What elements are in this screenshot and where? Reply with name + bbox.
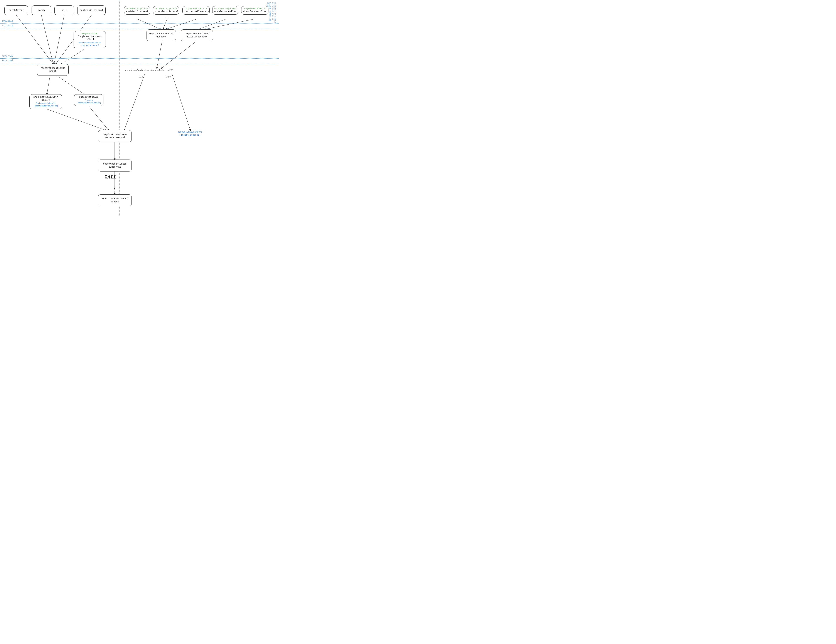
svg-line-15 <box>161 41 197 68</box>
false-label: false <box>137 76 144 78</box>
svg-line-14 <box>157 41 162 68</box>
node-checkAccountStatusInternal: checkAccountStatusInternal <box>98 160 132 171</box>
node-accountStatusChecksInsert: accountStatusChecks.insert(account) <box>172 130 208 137</box>
external-line <box>0 58 279 59</box>
implicit-line <box>0 23 279 24</box>
svg-line-1 <box>41 15 53 64</box>
explicit-label: explicit <box>2 24 13 27</box>
node-batch: batch <box>31 5 51 15</box>
node-call: call <box>54 5 74 15</box>
svg-line-16 <box>124 74 145 130</box>
node-IVaultCheckAccountStatus: IVault.checkAccountStatus <box>98 194 132 206</box>
svg-line-8 <box>89 107 109 130</box>
node-batchRevert: batchRevert <box>4 5 28 15</box>
svg-line-4 <box>61 46 90 64</box>
call-label: CALL <box>104 174 116 180</box>
executes-label: executes or removes deferred checks <box>272 2 276 31</box>
svg-line-6 <box>57 75 85 95</box>
svg-line-7 <box>46 109 107 130</box>
svg-line-17 <box>172 74 191 130</box>
node-requireAccountStatusCheckInternal: requireAccountStatusCheckInternal <box>98 130 132 142</box>
node-controlCollateral: controlCollateral <box>77 5 106 15</box>
node-forgiveAccountStatusCheck: onlyController forgiveAccountStatusCheck… <box>73 31 106 48</box>
decision-text: executionContext.areChecksDeferred()? <box>125 69 173 72</box>
node-reorderCollaterals: onlyOwnerOrOperator reorderCollaterals <box>183 6 210 15</box>
node-requireAccountAndVaultStatusCheck: requireAccountAndVaultStatusCheck <box>181 29 213 41</box>
node-restoreExecutionContext: restoreExecutionContext <box>37 64 69 76</box>
internal-label: internal <box>2 59 13 62</box>
external-label: external <box>2 55 13 57</box>
svg-line-2 <box>54 15 64 64</box>
node-enableController: onlyOwnerOrOperator enableController <box>212 6 238 15</box>
true-label: true <box>165 76 171 78</box>
node-enableCollateral: onlyOwnerOrOperator enableCollateral <box>124 6 150 15</box>
diagram-container: implicit explicit external internal exec… <box>0 0 279 215</box>
node-checkStatusAllWithResult: checkStatusAllWithResult forEachWithResu… <box>29 94 62 109</box>
node-disableController: onlyOwnerOrOperator disableController <box>241 6 268 15</box>
svg-line-0 <box>16 15 53 64</box>
node-disableCollateral: onlyOwnerOrOperator disableCollateral <box>153 6 179 15</box>
node-requireAccountStatusCheck: requireAccountStatusCheck <box>147 29 176 41</box>
node-checkStatusAll: checkStatusAll forEach(accountStatusChec… <box>74 94 103 106</box>
svg-line-5 <box>47 75 50 95</box>
implicit-label: implicit <box>2 20 13 22</box>
